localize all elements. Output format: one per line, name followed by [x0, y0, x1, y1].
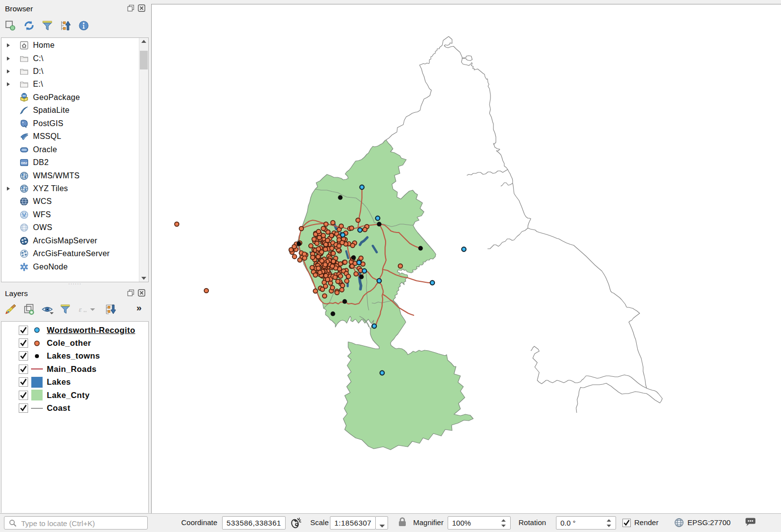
svg-text:ε: ε [79, 305, 82, 313]
svg-text:DB2: DB2 [21, 161, 28, 165]
